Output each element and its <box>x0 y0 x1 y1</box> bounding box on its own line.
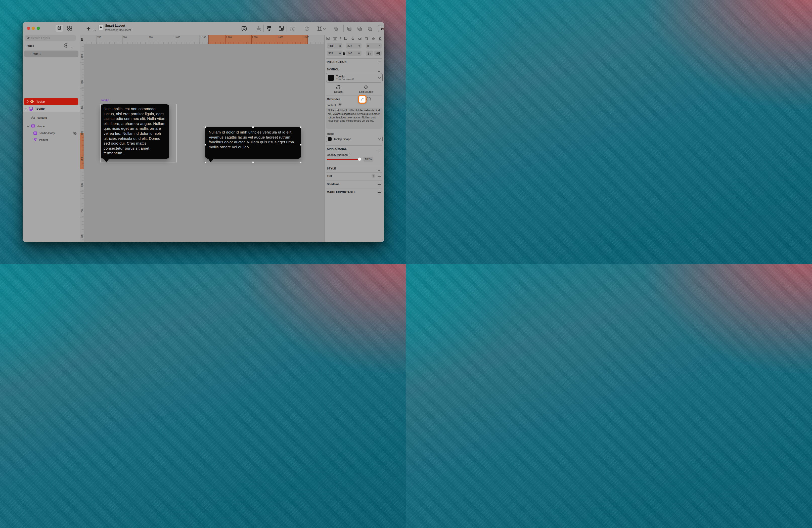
align-center-horizontal-icon[interactable] <box>351 37 355 41</box>
layer-row-pointer[interactable]: Pointer <box>23 136 80 143</box>
ruler-label: 700 <box>81 207 83 214</box>
selection-handle-sw[interactable] <box>204 161 206 163</box>
zoom-window-button[interactable] <box>37 27 40 30</box>
layer-row-content[interactable]: Aa content <box>23 114 80 121</box>
flip-vertical-button[interactable] <box>374 51 382 56</box>
x-position-field[interactable]: 1133X <box>327 43 343 48</box>
send-to-library-button[interactable] <box>256 25 262 32</box>
reset-overrides-button[interactable] <box>366 97 371 101</box>
edit-source-button[interactable]: Edit Source <box>357 85 375 93</box>
rotate-icon <box>304 26 310 32</box>
components-view-toggle-button[interactable] <box>67 25 73 31</box>
divider <box>326 58 382 59</box>
add-tint-button[interactable] <box>378 174 381 179</box>
resize-dropdown-chevron[interactable] <box>323 27 325 30</box>
blend-mode-stepper-icon[interactable] <box>349 154 350 156</box>
add-export-preset-button[interactable] <box>378 190 381 195</box>
edit-button[interactable] <box>278 25 285 32</box>
layer-list-toggle-button[interactable] <box>56 25 63 32</box>
selection-handle-nw[interactable] <box>204 126 206 128</box>
tooltip-artboard-content[interactable]: Duis mollis, est non commodo luctus, nis… <box>101 104 169 159</box>
ruler-corner[interactable] <box>80 35 84 44</box>
align-right-icon[interactable] <box>358 37 362 41</box>
align-top-icon[interactable] <box>365 37 368 41</box>
document-title[interactable]: Smart Layout <box>105 24 125 27</box>
layer-row-tooltip-body[interactable]: Tooltip-Body <box>23 129 80 137</box>
layer-name: Tooltip <box>37 100 45 103</box>
shrink-arrows-icon <box>360 97 364 101</box>
ghost-frame-icon <box>289 26 295 32</box>
edit-frame-icon <box>279 26 285 32</box>
triangle-layer-icon <box>33 138 37 141</box>
insert-instance-button[interactable] <box>266 25 273 32</box>
components-grid-icon <box>67 26 72 31</box>
selection-handle-w[interactable] <box>204 144 206 146</box>
resize-constraints-icon <box>317 26 322 32</box>
artboard-label[interactable]: Tooltip <box>101 99 109 102</box>
layer-row-tooltip-instance[interactable]: Tooltip <box>24 98 78 105</box>
rotation-field[interactable]: 0° <box>366 43 382 48</box>
page-list-item[interactable]: Page 1 <box>24 51 78 57</box>
y-position-field[interactable]: 373Y <box>346 43 362 48</box>
tooltip-instance-content[interactable]: Nullam id dolor id nibh ultricies vehicu… <box>205 127 301 159</box>
rectangle-layer-icon <box>33 131 37 135</box>
align-bottom-icon[interactable] <box>378 37 382 41</box>
resize-button[interactable] <box>316 25 326 32</box>
search-layers-field[interactable] <box>25 35 76 41</box>
opacity-value: 100% <box>365 158 372 161</box>
add-shadow-button[interactable] <box>378 182 381 187</box>
rotation-value: 0 <box>367 44 369 47</box>
tooltip-pointer <box>208 158 214 162</box>
close-window-button[interactable] <box>27 27 30 30</box>
opacity-slider-track[interactable] <box>327 159 360 160</box>
distribute-button <box>289 25 296 32</box>
create-symbol-button[interactable] <box>241 25 247 32</box>
override-shape-dropdown[interactable]: Tooltip Shape <box>326 136 382 142</box>
align-middle-vertical-icon[interactable] <box>372 37 375 41</box>
distribute-vertical-icon[interactable] <box>333 37 337 41</box>
layer-row-shape[interactable]: shape <box>23 123 80 130</box>
collapse-chevron-icon[interactable] <box>27 125 29 127</box>
detach-button[interactable]: Detach <box>331 85 346 93</box>
width-field[interactable]: 385W <box>327 51 343 56</box>
selection-handle-ne[interactable] <box>300 126 302 128</box>
appearance-collapse-chevron[interactable] <box>378 148 380 152</box>
distribute-horizontal-icon[interactable] <box>326 37 330 41</box>
shrink-instance-button-annotated[interactable] <box>358 95 366 104</box>
expand-chevron-icon[interactable] <box>26 100 29 103</box>
selection-handle-n[interactable] <box>252 126 254 128</box>
insert-button[interactable] <box>86 26 91 32</box>
add-interaction-button[interactable] <box>378 60 381 65</box>
selection-handle-se[interactable] <box>300 161 302 163</box>
rotation-unit: ° <box>379 44 380 47</box>
collapse-chevron-icon[interactable] <box>25 107 27 110</box>
tint-help-badge[interactable]: ? <box>372 174 375 178</box>
divider <box>326 165 382 165</box>
layer-row-symbol-source[interactable]: Tooltip <box>23 105 80 112</box>
add-page-button[interactable] <box>64 43 68 47</box>
toolbar-separator <box>287 25 287 32</box>
symbol-collapse-chevron[interactable] <box>378 68 380 73</box>
selection-handle-s[interactable] <box>252 161 254 163</box>
opacity-blend-row[interactable]: Opacity (Normal) <box>327 153 350 156</box>
symbol-picker-dropdown[interactable]: Tooltip This Document/ <box>326 73 382 83</box>
flip-horizontal-button[interactable] <box>366 51 373 56</box>
align-left-icon[interactable] <box>344 37 348 41</box>
shadows-label: Shadows <box>327 183 339 186</box>
height-value: 140 <box>347 52 352 55</box>
vertical-ruler[interactable]: 100 200 300 400 500 600 700 800 <box>80 44 84 242</box>
insert-dropdown-chevron[interactable] <box>94 27 96 32</box>
layer-sidebar: Pages Page 1 Tooltip Tooltip Aa <box>23 22 80 242</box>
search-input[interactable] <box>31 37 71 40</box>
override-content-input[interactable]: Nullam id dolor id nibh ultricies vehicu… <box>326 108 382 129</box>
lock-aspect-ratio-button[interactable] <box>343 51 345 55</box>
height-field[interactable]: 140H <box>346 51 362 56</box>
zoom-level-dropdown[interactable]: 100% <box>378 25 384 32</box>
selection-handle-e[interactable] <box>300 144 302 146</box>
pages-collapse-chevron[interactable] <box>71 45 73 49</box>
opacity-value-field[interactable]: 100% <box>363 157 373 162</box>
minimize-window-button[interactable] <box>32 27 35 30</box>
plus-icon <box>87 27 90 30</box>
opacity-slider-knob[interactable] <box>358 157 361 161</box>
style-collapse-chevron[interactable] <box>378 168 380 172</box>
